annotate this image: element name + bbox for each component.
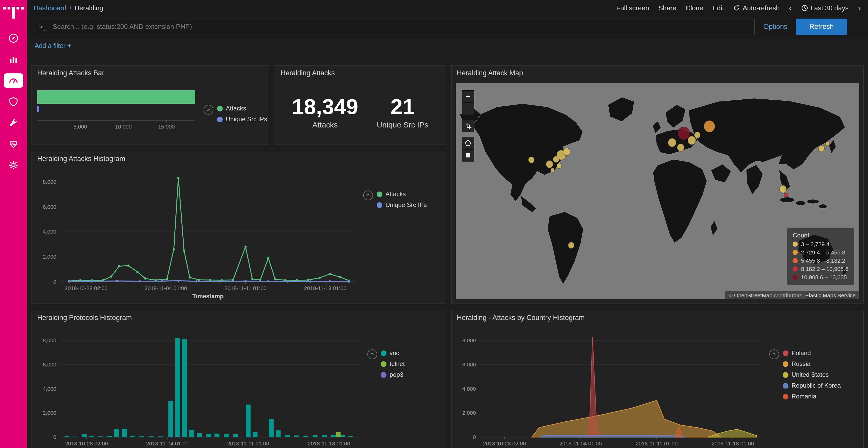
breadcrumb: Dashboard / Heralding xyxy=(34,4,103,12)
sidebar-item-monitoring[interactable] xyxy=(4,137,23,151)
map-marker[interactable] xyxy=(780,185,786,193)
country-histogram-chart[interactable]: 02,0004,0006,0008,0002018-10-28 02:00201… xyxy=(452,325,769,448)
legend-toggle-icon[interactable]: » xyxy=(769,349,779,359)
wrench-icon xyxy=(8,118,19,128)
map-marker[interactable] xyxy=(678,127,690,140)
map-marker[interactable] xyxy=(677,144,684,151)
metric-unique-src-ips: 21 Unique Src IPs xyxy=(377,96,428,129)
svg-text:6,000: 6,000 xyxy=(43,361,56,368)
sidebar-item-management[interactable] xyxy=(4,158,23,172)
legend-label: Romania xyxy=(792,393,816,400)
refresh-button[interactable]: Refresh xyxy=(796,18,847,35)
clone-button[interactable]: Clone xyxy=(686,4,703,12)
legend-toggle-icon[interactable]: » xyxy=(367,349,377,359)
sidebar-item-dashboard[interactable] xyxy=(4,73,23,88)
map-marker[interactable] xyxy=(546,161,553,168)
breadcrumb-current: Heralding xyxy=(74,4,103,12)
breadcrumb-dashboard-link[interactable]: Dashboard xyxy=(34,4,66,12)
legend-swatch xyxy=(217,116,223,122)
openstreetmap-link[interactable]: OpenStreetMap xyxy=(734,292,772,298)
legend-item[interactable]: Attacks xyxy=(377,191,427,198)
protocols-histogram-chart[interactable]: 02,0004,0006,0008,0002018-10-28 02:00201… xyxy=(32,325,367,448)
panel-title: Heralding Attacks xyxy=(275,66,445,77)
crop-icon xyxy=(465,123,471,129)
plus-icon: + xyxy=(67,42,71,49)
full-screen-button[interactable]: Full screen xyxy=(616,4,649,12)
map-marker[interactable] xyxy=(551,168,555,172)
legend-swatch xyxy=(783,372,788,378)
attacks-bar-chart[interactable]: 5,00010,00015,000 xyxy=(32,80,204,144)
terminal-prompt-icon: >_ xyxy=(39,23,47,30)
sidebar-item-discover[interactable] xyxy=(4,31,23,45)
legend: AttacksUnique Src IPs xyxy=(217,105,267,144)
search-input[interactable] xyxy=(35,18,755,35)
time-range-button[interactable]: Last 30 days xyxy=(801,4,848,12)
legend-label: Russia xyxy=(792,360,810,368)
sidebar-item-visualize[interactable] xyxy=(4,52,23,67)
add-filter-link[interactable]: Add a filter + xyxy=(35,42,71,49)
metric-value: 21 xyxy=(377,96,428,118)
map-marker[interactable] xyxy=(557,163,562,169)
svg-text:15,000: 15,000 xyxy=(158,124,175,130)
map-zoom-out-button[interactable]: − xyxy=(462,103,474,115)
legend-item[interactable]: United States xyxy=(783,371,841,378)
telekom-logo[interactable] xyxy=(0,0,27,23)
sidebar-item-honeypot[interactable] xyxy=(4,95,23,109)
map-marker[interactable] xyxy=(694,132,700,138)
legend-item[interactable]: Poland xyxy=(783,349,841,357)
legend-item[interactable]: Attacks xyxy=(217,105,267,112)
map-marker[interactable] xyxy=(818,145,824,152)
share-button[interactable]: Share xyxy=(658,4,676,12)
svg-text:4,000: 4,000 xyxy=(43,386,56,392)
legend-item[interactable]: Russia xyxy=(783,360,841,368)
elastic-maps-link[interactable]: Elastic Maps Service xyxy=(805,292,856,298)
map-marker[interactable] xyxy=(704,120,715,132)
legend-toggle-icon[interactable]: » xyxy=(204,105,213,114)
sidebar-item-dev-tools[interactable] xyxy=(4,115,23,130)
legend: PolandRussiaUnited StatesRepublic of Kor… xyxy=(783,349,841,448)
panel-heralding-attacks-metric: Heralding Attacks 18,349 Attacks 21 Uniq… xyxy=(275,65,445,145)
time-forward-button[interactable]: › xyxy=(858,3,861,12)
legend-item[interactable]: Unique Src IPs xyxy=(377,201,427,208)
svg-text:0: 0 xyxy=(53,434,56,440)
heartbeat-icon xyxy=(8,139,19,149)
map-marker[interactable] xyxy=(563,148,570,156)
legend-range: 10,908.6 – 13,635 xyxy=(801,274,847,280)
map-rectangle-tool-button[interactable] xyxy=(462,149,474,162)
legend-swatch xyxy=(793,258,798,263)
map-marker[interactable] xyxy=(688,136,696,145)
map-fit-bounds-button[interactable] xyxy=(462,120,474,132)
map-marker[interactable] xyxy=(568,242,574,248)
map-polygon-tool-button[interactable] xyxy=(462,137,474,149)
map-marker[interactable] xyxy=(668,138,676,147)
legend-item[interactable]: Republic of Korea xyxy=(783,382,841,389)
options-link[interactable]: Options xyxy=(764,23,787,30)
legend-range: 8,182.2 – 10,908.6 xyxy=(801,266,848,272)
map-zoom-in-button[interactable]: + xyxy=(462,90,474,103)
attacks-histogram-chart[interactable]: 02,0004,0006,0008,0002018-10-28 02:00201… xyxy=(32,166,363,304)
legend-item[interactable]: vnc xyxy=(381,349,405,357)
panel-title: Heralding Protocols Histogram xyxy=(32,310,445,321)
svg-text:2018-11-04 01:00: 2018-11-04 01:00 xyxy=(559,441,602,446)
map-marker[interactable] xyxy=(826,141,830,146)
svg-text:2018-11-18 01:00: 2018-11-18 01:00 xyxy=(711,441,754,446)
edit-button[interactable]: Edit xyxy=(712,4,724,12)
svg-text:Timestamp: Timestamp xyxy=(192,293,223,300)
time-back-button[interactable]: ‹ xyxy=(789,3,792,12)
svg-text:0: 0 xyxy=(53,279,56,285)
auto-refresh-button[interactable]: Auto-refresh xyxy=(734,4,780,12)
legend-item[interactable]: pop3 xyxy=(381,371,405,378)
legend-item[interactable]: telnet xyxy=(381,360,405,368)
legend-label: United States xyxy=(792,371,829,378)
legend-item[interactable]: Romania xyxy=(783,393,841,400)
polygon-icon xyxy=(464,139,472,146)
attack-map[interactable]: + − xyxy=(456,83,859,299)
legend-item[interactable]: Unique Src IPs xyxy=(217,115,267,123)
map-legend: Count 3 – 2,729.42,729.4 – 5,455.85,455.… xyxy=(787,228,854,285)
sidebar-nav xyxy=(0,31,27,172)
sidebar xyxy=(0,0,27,448)
map-legend-row: 3 – 2,729.4 xyxy=(793,241,848,247)
map-marker[interactable] xyxy=(784,193,788,197)
map-marker[interactable] xyxy=(528,157,534,163)
legend-toggle-icon[interactable]: » xyxy=(363,191,373,200)
